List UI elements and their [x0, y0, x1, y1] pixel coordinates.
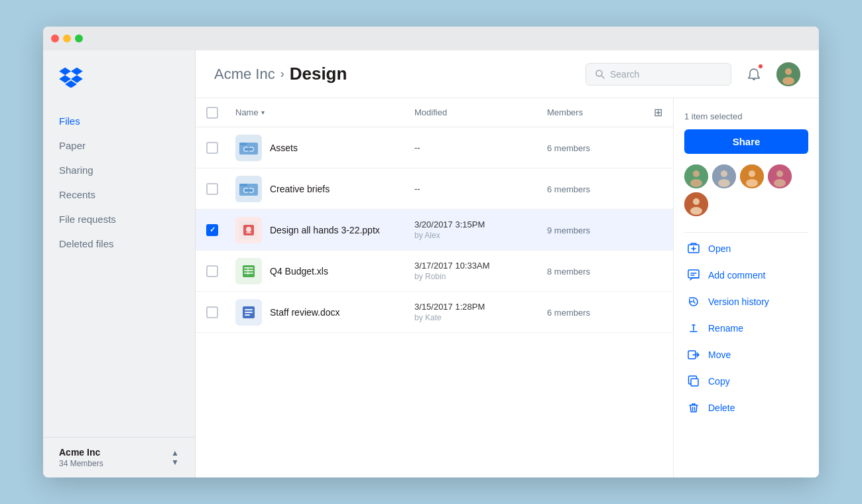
notifications-button[interactable] [742, 62, 766, 86]
search-icon [595, 70, 605, 79]
table-row[interactable]: Creative briefs -- 6 members [196, 168, 673, 210]
user-avatar[interactable] [776, 62, 800, 86]
file-modified-by: by Alex [414, 231, 547, 240]
docx-icon [235, 299, 262, 326]
org-members: 34 Members [59, 459, 103, 468]
svg-point-21 [246, 227, 251, 232]
action-version-history[interactable]: Version history [684, 288, 808, 315]
main-content: Files Paper Sharing Recents File request… [43, 50, 819, 477]
main-header: Acme Inc › Design Search [196, 50, 819, 98]
folder-icon-svg [239, 181, 258, 197]
action-label: Add comment [708, 270, 765, 281]
svg-rect-28 [247, 267, 249, 275]
svg-rect-22 [246, 232, 251, 233]
sidebar-item-files[interactable]: Files [43, 109, 195, 133]
dropbox-logo-icon [59, 66, 83, 88]
action-add-comment[interactable]: Add comment [684, 262, 808, 288]
action-delete[interactable]: Delete [684, 395, 808, 421]
svg-rect-18 [247, 189, 250, 192]
svg-rect-31 [245, 309, 253, 310]
sidebar-item-file-requests[interactable]: File requests [43, 207, 195, 231]
file-members: 6 members [547, 184, 590, 194]
header-actions: Search [585, 62, 800, 86]
member-avatar [684, 192, 708, 216]
row-checkbox-creative-briefs[interactable] [206, 183, 218, 195]
file-modified-by: by Robin [414, 272, 547, 281]
svg-point-35 [693, 170, 700, 177]
file-modified: 3/20/2017 3:15PM [414, 220, 547, 229]
sidebar: Files Paper Sharing Recents File request… [43, 50, 196, 477]
search-box[interactable]: Search [585, 63, 731, 86]
svg-rect-33 [245, 314, 250, 316]
panel-divider [684, 232, 808, 233]
org-chevron-icon[interactable]: ▲ ▼ [171, 449, 179, 466]
svg-point-38 [721, 170, 727, 177]
row-checkbox-assets[interactable] [206, 142, 218, 154]
svg-point-36 [690, 179, 702, 187]
selected-label: 1 item selected [684, 111, 808, 121]
svg-rect-32 [245, 312, 253, 313]
action-label: Copy [708, 376, 730, 387]
svg-point-17 [250, 188, 253, 192]
member-avatar [684, 164, 708, 188]
sidebar-item-deleted-files[interactable]: Deleted files [43, 231, 195, 256]
action-label: Open [708, 243, 731, 254]
table-row[interactable]: Q4 Budget.xls 3/17/2017 10:33AM by Robin… [196, 251, 673, 292]
sidebar-item-recents[interactable]: Recents [43, 182, 195, 207]
svg-rect-13 [239, 184, 247, 186]
row-checkbox-staff-review[interactable] [206, 306, 218, 318]
minimize-button[interactable] [63, 34, 71, 42]
file-name: Design all hands 3-22.pptx [270, 225, 380, 235]
svg-rect-6 [239, 143, 247, 145]
action-move[interactable]: Move [684, 342, 808, 368]
file-name: Q4 Budget.xls [270, 266, 328, 277]
action-copy[interactable]: Copy [684, 368, 808, 395]
folder-shared-icon [235, 135, 262, 161]
file-members: 6 members [547, 308, 590, 318]
column-header-modified: Modified [414, 107, 547, 117]
breadcrumb: Acme Inc › Design [214, 64, 347, 84]
main-panel: Acme Inc › Design Search [196, 50, 819, 477]
grid-view-icon[interactable]: ⊞ [654, 107, 662, 118]
table-row[interactable]: Assets -- 6 members [196, 127, 673, 168]
pptx-icon [235, 217, 262, 243]
file-list: Name ▾ Modified Members ⊞ [196, 98, 673, 477]
row-checkbox-design-all-hands[interactable] [206, 224, 218, 236]
user-avatar-image [776, 62, 800, 86]
table-row[interactable]: Staff review.docx 3/15/2017 1:28PM by Ka… [196, 292, 673, 333]
search-placeholder: Search [610, 69, 639, 80]
breadcrumb-current: Design [290, 64, 347, 84]
action-open[interactable]: Open [684, 235, 808, 262]
file-modified-by: by Kate [414, 313, 547, 322]
action-label: Rename [708, 323, 743, 334]
nav-items: Files Paper Sharing Recents File request… [43, 109, 195, 437]
row-checkbox-q4-budget[interactable] [206, 265, 218, 277]
file-modified: -- [414, 143, 547, 153]
svg-rect-50 [688, 270, 699, 278]
svg-point-44 [776, 170, 783, 177]
action-rename[interactable]: Rename [684, 315, 808, 342]
titlebar [43, 27, 819, 50]
table-header: Name ▾ Modified Members ⊞ [196, 98, 673, 127]
svg-point-48 [690, 207, 702, 215]
xls-icon [235, 258, 262, 284]
sort-arrow-icon: ▾ [261, 109, 265, 116]
member-avatar [712, 164, 736, 188]
breadcrumb-parent[interactable]: Acme Inc [214, 66, 275, 83]
trash-icon [687, 401, 700, 414]
select-all-checkbox[interactable] [206, 107, 218, 119]
move-icon [687, 348, 700, 361]
svg-point-10 [250, 147, 253, 151]
table-row[interactable]: Design all hands 3-22.pptx 3/20/2017 3:1… [196, 210, 673, 251]
svg-point-45 [774, 179, 786, 187]
action-list: Open Add comment [684, 235, 808, 421]
share-button[interactable]: Share [684, 129, 808, 154]
sidebar-item-sharing[interactable]: Sharing [43, 158, 195, 182]
sidebar-item-paper[interactable]: Paper [43, 133, 195, 158]
column-header-name[interactable]: Name ▾ [235, 107, 414, 117]
close-button[interactable] [51, 34, 59, 42]
maximize-button[interactable] [75, 34, 83, 42]
org-name: Acme Inc [59, 447, 103, 458]
member-avatar [768, 164, 792, 188]
open-icon [687, 242, 700, 255]
